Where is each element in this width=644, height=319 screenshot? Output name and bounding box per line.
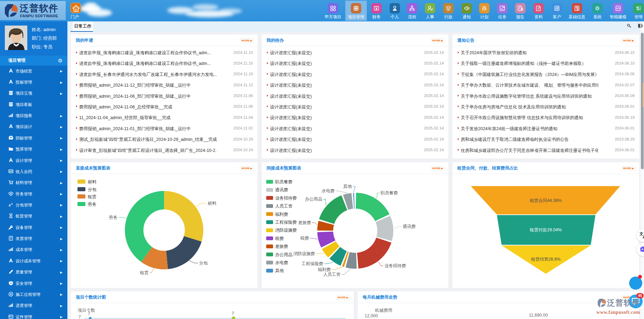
svg-text:人员工资: 人员工资 xyxy=(275,204,293,209)
svg-text:7: 7 xyxy=(232,311,234,316)
svg-text:劳务: 劳务 xyxy=(109,215,118,220)
svg-text:租赁付款29.04%: 租赁付款29.04% xyxy=(530,228,562,232)
svg-text:税费: 税费 xyxy=(275,236,284,241)
svg-text:消防设施费: 消防设施费 xyxy=(275,228,297,233)
svg-text:机械费用: 机械费用 xyxy=(375,308,392,313)
svg-text:分包: 分包 xyxy=(199,261,208,265)
svg-text:福利费: 福利费 xyxy=(318,267,331,272)
svg-text:项目个数: 项目个数 xyxy=(78,308,95,313)
svg-text:工程保险费: 工程保险费 xyxy=(275,220,297,225)
svg-text:办公用品: 办公用品 xyxy=(305,197,322,202)
svg-text:人员工资: 人员工资 xyxy=(323,272,341,277)
svg-text:差旅费: 差旅费 xyxy=(298,220,311,225)
svg-text:水电费: 水电费 xyxy=(322,188,335,193)
svg-text:职员餐费: 职员餐费 xyxy=(380,191,398,195)
svg-text:福利费: 福利费 xyxy=(275,212,288,217)
svg-text:其他: 其他 xyxy=(275,268,284,273)
svg-text:差旅费: 差旅费 xyxy=(275,244,288,249)
svg-text:消防设施费: 消防设施费 xyxy=(293,251,315,256)
svg-text:租赁结算26.6%: 租赁结算26.6% xyxy=(531,257,560,262)
svg-text:业务招待费: 业务招待费 xyxy=(384,263,406,268)
svg-text:2: 2 xyxy=(11,202,13,205)
svg-text:材料: 材料 xyxy=(207,201,217,206)
svg-text:11,690.00: 11,690.00 xyxy=(529,313,548,318)
svg-text:业务招待费: 业务招待费 xyxy=(275,196,297,201)
svg-text:分包: 分包 xyxy=(88,187,97,192)
svg-text:A: A xyxy=(643,235,644,240)
svg-text:7: 7 xyxy=(78,315,81,319)
svg-text:劳务: 劳务 xyxy=(88,202,96,207)
svg-text:通讯费: 通讯费 xyxy=(403,224,416,229)
svg-text:租赁合同44.36%: 租赁合同44.36% xyxy=(530,198,562,203)
svg-text:租赁: 租赁 xyxy=(87,194,96,199)
svg-text:x: x xyxy=(8,203,11,207)
svg-text:水电费: 水电费 xyxy=(275,260,288,265)
svg-text:租赁: 租赁 xyxy=(140,270,149,275)
svg-text:职员餐费: 职员餐费 xyxy=(275,180,292,184)
svg-text:材料: 材料 xyxy=(87,180,97,184)
svg-text:通讯费: 通讯费 xyxy=(275,187,288,192)
svg-text:7: 7 xyxy=(88,311,90,316)
svg-text:税费: 税费 xyxy=(300,236,309,241)
svg-text:工程保险费: 工程保险费 xyxy=(302,261,324,266)
svg-text:办公用品: 办公用品 xyxy=(275,252,292,257)
svg-text:12,000: 12,000 xyxy=(365,313,378,318)
svg-text:其他: 其他 xyxy=(343,184,352,189)
